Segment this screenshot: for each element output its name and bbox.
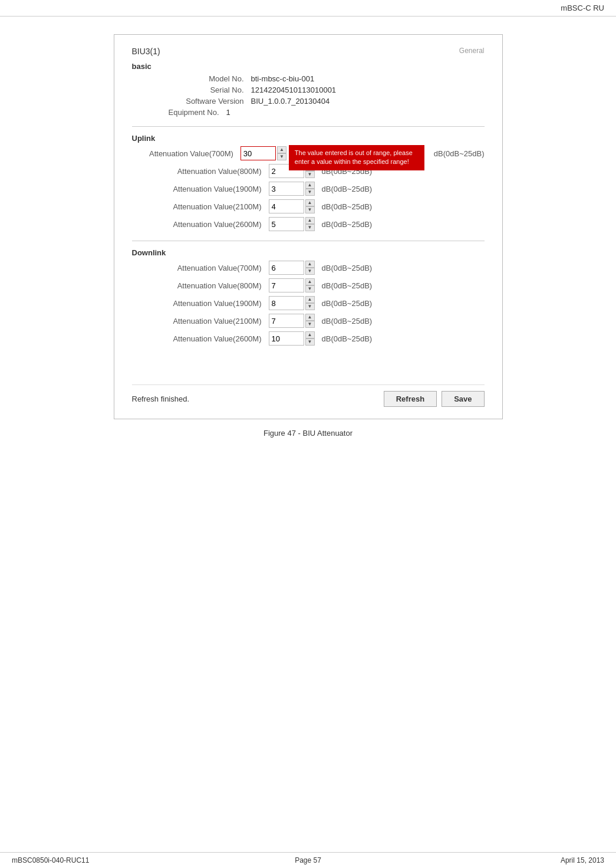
model-no-value: bti-mbsc-c-biu-001 [251,74,315,83]
equipment-no-row: Equipment No. 1 [132,108,485,117]
spacer [132,355,485,373]
uplink-range-2: dB(0dB~25dB) [322,185,373,193]
uplink-spinner-down-3[interactable]: ▼ [305,206,315,213]
basic-section: basic Model No. bti-mbsc-c-biu-001 Seria… [132,62,485,117]
uplink-input-4[interactable] [269,217,304,231]
equipment-no-value: 1 [226,108,230,117]
downlink-label-4: Attenuation Value(2600M) [132,334,262,343]
downlink-spinner-3: ▲ ▼ [305,314,315,328]
uplink-spinner-up-0[interactable]: ▲ [277,146,286,153]
downlink-input-3[interactable] [269,314,304,328]
panel-id: BIU3(1) [132,47,160,56]
uplink-input-wrap-4: ▲ ▼ [269,217,315,231]
downlink-input-wrap-1: ▲ ▼ [269,278,315,292]
downlink-input-wrap-3: ▲ ▼ [269,314,315,328]
downlink-row-3: Attenuation Value(2100M) ▲ ▼ dB(0dB~25dB… [132,314,485,328]
uplink-row-4: Attenuation Value(2600M) ▲ ▼ dB(0dB~25dB… [132,217,485,231]
uplink-spinner-3: ▲ ▼ [305,199,315,213]
downlink-input-0[interactable] [269,261,304,275]
downlink-input-2[interactable] [269,296,304,310]
downlink-row-4: Attenuation Value(2600M) ▲ ▼ dB(0dB~25dB… [132,331,485,346]
downlink-spinner-up-2[interactable]: ▲ [305,296,315,303]
downlink-label-1: Attenuation Value(800M) [132,281,262,290]
footer-center: Page 57 [295,856,321,864]
downlink-spinner-up-3[interactable]: ▲ [305,314,315,321]
uplink-input-3[interactable] [269,199,304,213]
downlink-spinner-down-2[interactable]: ▼ [305,303,315,310]
downlink-input-wrap-0: ▲ ▼ [269,261,315,275]
uplink-input-2[interactable] [269,182,304,196]
downlink-spinner-2: ▲ ▼ [305,296,315,310]
downlink-input-4[interactable] [269,331,304,346]
downlink-input-wrap-2: ▲ ▼ [269,296,315,310]
uplink-input-wrap-0: ▲ ▼ The value entered is out of range, p… [241,146,286,160]
downlink-input-1[interactable] [269,278,304,292]
equipment-no-label: Equipment No. [132,108,219,117]
downlink-spinner-down-0[interactable]: ▼ [305,268,315,275]
error-tooltip-0: The value entered is out of range, pleas… [289,145,424,170]
uplink-spinner-down-1[interactable]: ▼ [305,171,315,178]
software-version-row: Software Version BIU_1.0.0.7_20130404 [132,97,485,106]
downlink-spinner-up-0[interactable]: ▲ [305,261,315,268]
uplink-spinner-up-4[interactable]: ▲ [305,217,315,224]
downlink-range-4: dB(0dB~25dB) [322,334,373,343]
save-button[interactable]: Save [442,391,484,407]
serial-no-row: Serial No. 12142204510113010001 [132,86,485,94]
downlink-spinner-down-1[interactable]: ▼ [305,285,315,292]
uplink-range-4: dB(0dB~25dB) [322,220,373,229]
uplink-spinner-down-0[interactable]: ▼ [277,153,286,160]
downlink-row-1: Attenuation Value(800M) ▲ ▼ dB(0dB~25dB) [132,278,485,292]
model-no-label: Model No. [167,74,244,83]
downlink-range-0: dB(0dB~25dB) [322,264,373,272]
software-version-label: Software Version [132,97,244,106]
uplink-input-0[interactable] [241,146,276,160]
uplink-range-0: dB(0dB~25dB) [434,149,485,158]
downlink-row-0: Attenuation Value(700M) ▲ ▼ dB(0dB~25dB) [132,261,485,275]
downlink-label-0: Attenuation Value(700M) [132,264,262,272]
uplink-spinner-0: ▲ ▼ [277,146,286,160]
panel-title-row: BIU3(1) General [132,47,485,56]
footer-right: April 15, 2013 [561,856,604,864]
downlink-label-2: Attenuation Value(1900M) [132,299,262,308]
uplink-label-1: Attenuation Value(800M) [132,167,262,176]
main-content: BIU3(1) General basic Model No. bti-mbsc… [0,17,616,455]
downlink-section: Downlink Attenuation Value(700M) ▲ ▼ dB(… [132,248,485,346]
downlink-label-3: Attenuation Value(2100M) [132,317,262,326]
downlink-range-2: dB(0dB~25dB) [322,299,373,308]
uplink-range-3: dB(0dB~25dB) [322,202,373,211]
downlink-spinner-down-4[interactable]: ▼ [305,338,315,346]
uplink-label-3: Attenuation Value(2100M) [132,202,262,211]
downlink-spinner-4: ▲ ▼ [305,331,315,346]
uplink-input-wrap-2: ▲ ▼ [269,182,315,196]
uplink-row-0: Attenuation Value(700M) ▲ ▼ The value en… [132,146,485,160]
uplink-row-2: Attenuation Value(1900M) ▲ ▼ dB(0dB~25dB… [132,182,485,196]
uplink-label-4: Attenuation Value(2600M) [132,220,262,229]
downlink-spinner-up-4[interactable]: ▲ [305,331,315,338]
downlink-row-2: Attenuation Value(1900M) ▲ ▼ dB(0dB~25dB… [132,296,485,310]
uplink-spinner-up-2[interactable]: ▲ [305,182,315,189]
downlink-spinner-up-1[interactable]: ▲ [305,278,315,285]
uplink-input-wrap-3: ▲ ▼ [269,199,315,213]
refresh-button[interactable]: Refresh [384,391,437,407]
uplink-section: Uplink Attenuation Value(700M) ▲ ▼ The v… [132,134,485,231]
uplink-spinner-down-2[interactable]: ▼ [305,189,315,196]
figure-caption: Figure 47 - BIU Attenuator [263,429,353,438]
footer-left: mBSC0850i-040-RUC11 [12,856,89,864]
serial-no-value: 12142204510113010001 [251,86,337,94]
downlink-range-3: dB(0dB~25dB) [322,317,373,326]
downlink-spinner-down-3[interactable]: ▼ [305,321,315,328]
uplink-label-0: Attenuation Value(700M) [132,149,233,158]
downlink-section-header: Downlink [132,248,485,257]
software-version-value: BIU_1.0.0.7_20130404 [251,97,330,106]
serial-no-label: Serial No. [167,86,244,94]
basic-section-header: basic [132,62,485,71]
page-footer: mBSC0850i-040-RUC11 Page 57 April 15, 20… [0,852,616,868]
page-header: mBSC-C RU [0,0,616,17]
uplink-spinner-down-4[interactable]: ▼ [305,224,315,231]
bottom-bar: Refresh finished. Refresh Save [132,384,485,407]
biu-panel: BIU3(1) General basic Model No. bti-mbsc… [114,34,503,419]
uplink-spinner-2: ▲ ▼ [305,182,315,196]
uplink-spinner-up-3[interactable]: ▲ [305,199,315,206]
downlink-range-1: dB(0dB~25dB) [322,281,373,290]
model-no-row: Model No. bti-mbsc-c-biu-001 [132,74,485,83]
